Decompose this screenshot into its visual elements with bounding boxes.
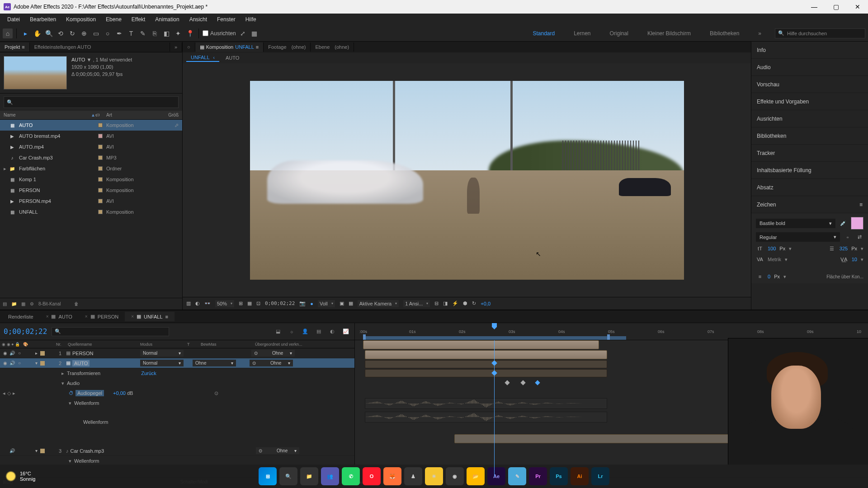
parent-dropdown[interactable]: ⊙ Ohne▾ [256,447,299,454]
font-size-value[interactable]: 100 [768,246,776,251]
project-item-person[interactable]: ▦PERSONKomposition [0,185,182,196]
prop-waveform[interactable]: ▾ Wellenform [0,398,354,408]
keyframe-1[interactable] [505,380,509,385]
breadcrumb-unfall[interactable]: UNFALL‹ [186,54,219,62]
project-item-auto[interactable]: ▦AUTOKomposition⬀ [0,120,182,131]
project-item-auto-bremst-mp4[interactable]: ▶AUTO bremst.mp4AVI [0,131,182,141]
prop-audio-level[interactable]: ◂◇▸ ⏱ Audiopegel +0,00 dB ⊙ [0,388,354,398]
menu-animation[interactable]: Animation [151,14,184,24]
tl-tab-render[interactable]: Renderliste [2,312,40,321]
pixel-icon[interactable]: ◨ [443,300,448,306]
task-app3[interactable]: ✎ [508,467,526,485]
workspace-libs[interactable]: Bibliotheken [707,28,742,38]
tl-tab-auto[interactable]: ×▦ AUTO [40,312,79,321]
zoom-tool[interactable]: 🔍 [44,28,54,38]
task-ae[interactable]: Ae [487,467,505,485]
graph-editor-icon[interactable]: 📈 [341,327,351,337]
views-dropdown[interactable]: 1 Ansi... [403,300,430,307]
resolution-icon[interactable]: ⊞ [239,300,243,306]
delete-icon[interactable]: 🗑 [74,301,79,306]
brush-tool[interactable]: ✎ [138,28,148,38]
project-item-car-crash-mp3[interactable]: ♪Car Crash.mp3MP3 [0,152,182,163]
panel-preview[interactable]: Vorschau [751,76,868,93]
orbit-tool[interactable]: ⟲ [56,28,66,38]
prop-transform[interactable]: ▸ Transformieren Zurück [0,368,354,378]
panel-more[interactable]: » [170,42,182,52]
start-button[interactable]: ⊞ [259,467,277,485]
resolution-dropdown[interactable]: Voll [318,300,335,307]
project-tab[interactable]: Projekt≡ [0,42,30,52]
new-comp-icon[interactable]: ▦ [21,301,25,306]
task-whatsapp[interactable]: ✆ [342,467,360,485]
mode-dropdown[interactable]: Normal▾ [140,360,184,366]
task-explorer[interactable]: 📁 [300,467,318,485]
font-family-dropdown[interactable]: Bastile bold▾ [756,219,835,228]
refresh-icon[interactable]: ↻ [472,300,476,306]
minimize-button[interactable]: — [807,0,821,14]
layer-row-auto[interactable]: ◉🔊○ ▾ 2 ▦ AUTO Normal▾ Ohne▾ ⊙ Ohne▾ [0,358,354,368]
project-item-auto-mp4[interactable]: ▶AUTO.mp4AVI [0,141,182,152]
project-search[interactable]: 🔍 [4,96,179,108]
weather-widget[interactable]: 16°C Sonnig [5,471,35,482]
tracking-value[interactable]: 10 [852,257,857,262]
depth-icon[interactable]: ⊟ [434,300,439,306]
tl-tab-person[interactable]: ×▦ PERSON [79,312,125,321]
keyframe-3[interactable] [535,380,540,385]
mode-dropdown[interactable]: Normal▾ [140,350,184,357]
task-lr[interactable]: Lr [591,467,609,485]
font-style-dropdown[interactable]: Regular▾ [756,232,840,242]
task-app2[interactable]: ☀ [425,467,443,485]
fill-over-stroke[interactable]: Fläche über Kon... [826,274,863,279]
panel-content-aware[interactable]: Inhaltsbasierte Füllung [751,162,868,179]
comp-mini-flow-icon[interactable]: ⬓ [273,327,283,337]
menu-help[interactable]: Hilfe [241,14,261,24]
color-depth-label[interactable]: 8-Bit-Kanal [38,301,61,306]
panel-tracker[interactable]: Tracker [751,145,868,162]
panel-info[interactable]: Info [751,42,868,59]
interpret-footage-icon[interactable]: ▤ [3,301,7,306]
grid-icon[interactable]: ▦ [247,300,252,306]
help-search[interactable]: 🔍 Hilfe durchsuchen [775,28,865,38]
color-depth-menu[interactable]: ⚙ [30,301,34,306]
3d-icon[interactable]: ⬢ [463,300,467,306]
stroke-icon[interactable]: ▫ [844,233,852,241]
anchor-tool[interactable]: ⊕ [79,28,89,38]
composition-tab[interactable]: ▦ Komposition UNFALL ≡ [195,42,264,52]
kerning-value[interactable]: Metrik [768,257,781,262]
close-button[interactable]: ✕ [851,0,864,14]
menu-effect[interactable]: Effekt [127,14,150,24]
breadcrumb-auto[interactable]: AUTO [221,54,244,61]
fast-icon[interactable]: ⚡ [452,300,458,306]
playhead[interactable] [494,340,495,477]
panel-align[interactable]: Ausrichten [751,110,868,127]
camera-dropdown[interactable]: Aktive Kamera [358,300,399,307]
composition-viewer[interactable]: ↖ [183,63,751,297]
menu-layer[interactable]: Ebene [101,14,126,24]
panel-audio[interactable]: Audio [751,59,868,76]
draft3d-icon[interactable]: ⟐ [287,327,297,337]
snapshot-icon[interactable]: 📷 [299,300,306,306]
text-color-swatch[interactable] [851,217,863,230]
eyedropper-icon[interactable]: 💉 [839,219,847,227]
layer-row-carcrash[interactable]: 🔊 ▾ 3 ♪ Car Crash.mp3 ⊙ Ohne▾ [0,446,354,456]
menu-view[interactable]: Ansicht [185,14,212,24]
clone-tool[interactable]: ⎘ [150,28,160,38]
panel-paragraph[interactable]: Absatz [751,179,868,196]
align-left-icon[interactable]: ≡ [756,272,764,281]
mask-icon[interactable]: 👓 [204,300,211,306]
parent-dropdown[interactable]: ⊙ Ohne▾ [250,360,293,366]
selection-tool[interactable]: ▸ [20,28,30,38]
timeline-timecode[interactable]: 0;00;02;22 [4,327,47,336]
exposure-value[interactable]: +0,0 [481,301,491,306]
menu-file[interactable]: Datei [3,14,24,24]
task-pr[interactable]: Pr [529,467,547,485]
layer-tab[interactable]: Ebene (ohne) [311,42,354,52]
maximize-button[interactable]: ▢ [829,0,843,14]
bar-auto[interactable] [365,350,607,359]
motion-blur-icon[interactable]: ◐ [327,327,337,337]
task-ps[interactable]: Ps [550,467,568,485]
project-item-person-mp4[interactable]: ▶PERSON.mp4AVI [0,196,182,206]
hand-tool[interactable]: ✋ [32,28,42,38]
timeline-search[interactable]: 🔍 [52,327,169,336]
ellipse-tool[interactable]: ○ [103,28,113,38]
